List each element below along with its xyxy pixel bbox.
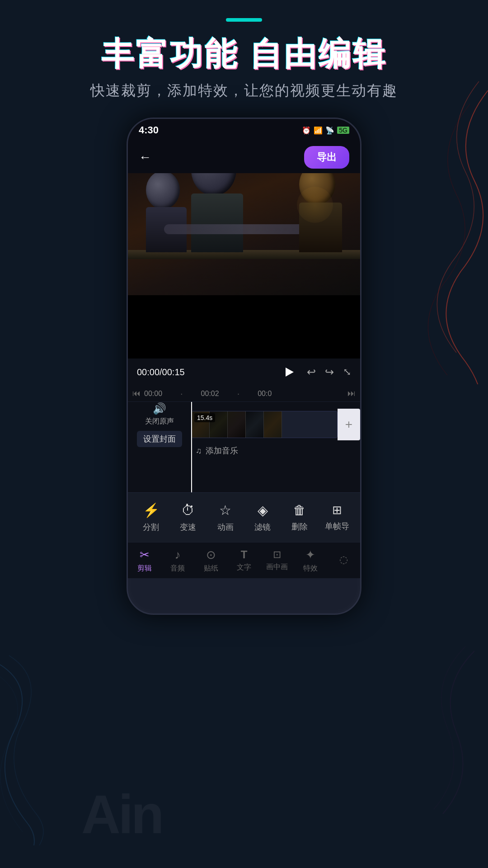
video-preview [128, 173, 360, 295]
back-button[interactable]: ← [139, 150, 151, 165]
video-scene [128, 173, 360, 295]
edit-nav-label: 剪辑 [137, 564, 152, 573]
phone-frame: 4:30 ⏰ 📶 📡 5G ← 导出 [127, 118, 361, 615]
ruler-mark-0: 00:00 [144, 390, 162, 398]
toolbar-speed[interactable]: ⏱ 变速 [172, 503, 204, 533]
nav-audio[interactable]: ♪ 音频 [162, 548, 193, 573]
sticker-nav-label: 贴纸 [204, 564, 218, 573]
playback-controls: 00:00/00:15 ↩ ↪ ⤡ [128, 359, 360, 386]
music-track-label: 添加音乐 [206, 445, 238, 456]
add-clip-button[interactable]: + [338, 409, 360, 440]
clip-strip[interactable]: 15.4s [191, 411, 338, 438]
export-button[interactable]: 导出 [304, 146, 349, 169]
pip-icon: ⊡ [273, 549, 281, 561]
app-header: ← 导出 [128, 142, 360, 173]
timeline-ruler: ⏮ 00:00 · 00:02 · 00:0 ⏭ [128, 386, 360, 402]
music-icon: ♪ [175, 548, 181, 562]
scissors-icon: ✂ [140, 548, 150, 562]
top-pill-decoration [226, 18, 262, 22]
ruler-mark-end: 00:0 [258, 390, 272, 398]
helmet-1 [146, 173, 180, 209]
right-deco-lines [361, 68, 488, 384]
filter-label: 滤镜 [254, 522, 271, 533]
nav-edit[interactable]: ✂ 剪辑 [129, 548, 160, 573]
delete-icon: 🗑 [293, 503, 306, 518]
animate-label: 动画 [217, 522, 234, 533]
delete-label: 删除 [291, 521, 308, 532]
split-icon: ⚡ [143, 502, 160, 518]
mute-control[interactable]: 🔊 关闭原声 [145, 402, 174, 426]
nav-more[interactable]: ◌ [328, 554, 359, 567]
figure-2 [191, 173, 243, 252]
toolbar-split[interactable]: ⚡ 分割 [135, 502, 167, 533]
time-display: 00:00/00:15 [137, 367, 185, 377]
bottom-nav: ✂ 剪辑 ♪ 音频 ⊙ 贴纸 T 文字 ⊡ 画中画 ✦ 特效 [128, 542, 360, 578]
cover-button[interactable]: 设置封面 [137, 431, 182, 447]
text-nav-label: 文字 [237, 563, 251, 572]
video-track: 🔊 关闭原声 设置封面 15.4s [128, 406, 360, 443]
audio-nav-label: 音频 [170, 564, 185, 573]
figure-1 [146, 173, 187, 252]
nav-pip[interactable]: ⊡ 画中画 [261, 549, 293, 572]
bottom-ain-text: Ain [81, 783, 162, 845]
frame-export-icon: ⊞ [332, 503, 342, 517]
effect-nav-label: 特效 [303, 564, 318, 573]
toolbar-delete[interactable]: 🗑 删除 [284, 503, 315, 532]
status-icons: ⏰ 📶 📡 5G [302, 126, 349, 135]
ruler-marks: 00:00 · 00:02 · 00:0 [144, 388, 347, 399]
pip-nav-label: 画中画 [266, 562, 288, 572]
status-bar: 4:30 ⏰ 📶 📡 5G [128, 119, 360, 142]
video-bottom-area [128, 295, 360, 359]
undo-button[interactable]: ↩ [307, 366, 316, 378]
battery-icon: 5G [337, 127, 349, 134]
phone-mockup: 4:30 ⏰ 📶 📡 5G ← 导出 [127, 118, 361, 615]
ruler-dot-2: · [237, 388, 240, 399]
bottom-right-deco [384, 642, 474, 823]
mute-icon: 🔊 [153, 402, 166, 415]
effect-icon: ✦ [305, 548, 315, 562]
filter-icon: ◈ [258, 502, 268, 518]
mute-label: 关闭原声 [145, 417, 174, 426]
control-buttons: ↩ ↪ ⤡ [282, 364, 351, 380]
track-left-controls: 🔊 关闭原声 设置封面 [128, 402, 191, 447]
nav-sticker[interactable]: ⊙ 贴纸 [195, 548, 227, 573]
body-2 [191, 193, 243, 252]
thumb-3 [228, 411, 246, 438]
status-time: 4:30 [139, 124, 159, 136]
speed-icon: ⏱ [181, 503, 195, 518]
nav-effect[interactable]: ✦ 特效 [295, 548, 326, 573]
thumb-5 [264, 411, 282, 438]
nav-text[interactable]: T 文字 [228, 548, 260, 572]
play-triangle-icon [286, 368, 294, 377]
track-clips: 15.4s + [191, 409, 360, 440]
ruler-dot-1: · [180, 388, 183, 399]
expand-button[interactable]: ⤡ [343, 366, 351, 378]
text-icon: T [241, 548, 248, 561]
hero-title: 丰富功能 自由编辑 [0, 36, 488, 72]
toolbar-filter[interactable]: ◈ 滤镜 [247, 502, 278, 533]
speed-label: 变速 [180, 522, 196, 533]
animate-icon: ☆ [219, 502, 231, 518]
music-note-icon: ♫ [196, 446, 202, 456]
thumb-4 [246, 411, 264, 438]
timeline-area: 🔊 关闭原声 设置封面 15.4s [128, 402, 360, 492]
music-track[interactable]: ♫ 添加音乐 [191, 443, 360, 459]
sticker-icon: ⊙ [206, 548, 216, 562]
toolbar-animate[interactable]: ☆ 动画 [210, 502, 241, 533]
toolbar-frame-export[interactable]: ⊞ 单帧导 [321, 503, 353, 532]
hero-title-container: 丰富功能 自由编辑 快速裁剪，添加特效，让您的视频更生动有趣 [0, 36, 488, 101]
frame-export-label: 单帧导 [325, 521, 349, 532]
scene-figures [128, 178, 360, 295]
signal-icon: 📶 [314, 126, 323, 135]
alarm-icon: ⏰ [302, 126, 311, 135]
more-icon: ◌ [339, 554, 348, 566]
play-button[interactable] [282, 364, 298, 380]
timeline-start-icon: ⏮ [132, 389, 141, 398]
helmet-2 [191, 173, 236, 196]
timeline-end-icon: ⏭ [347, 389, 356, 398]
edit-toolbar: ⚡ 分割 ⏱ 变速 ☆ 动画 ◈ 滤镜 🗑 删除 ⊞ 单帧导 [128, 492, 360, 542]
redo-button[interactable]: ↪ [325, 366, 334, 378]
clip-duration-badge: 15.4s [194, 413, 215, 422]
split-label: 分割 [143, 522, 159, 533]
add-clip-icon: + [345, 418, 352, 431]
